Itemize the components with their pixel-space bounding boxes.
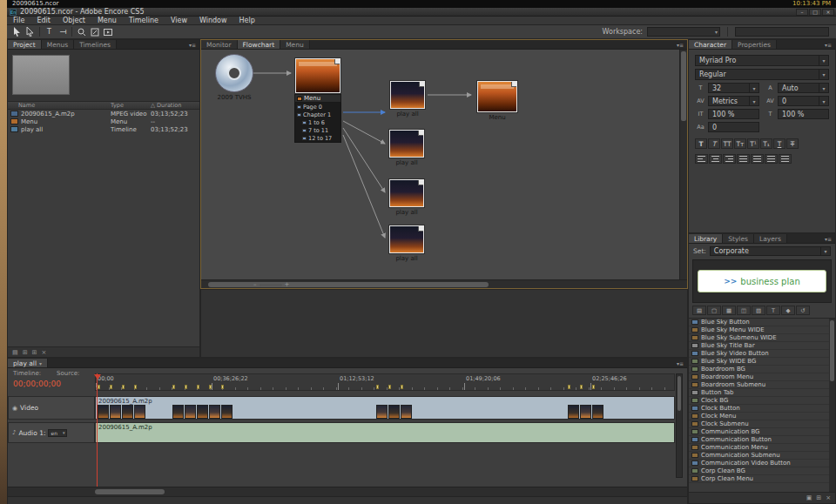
zoom-in-icon[interactable]: + xyxy=(285,281,290,288)
chapter-marker[interactable] xyxy=(568,385,570,389)
menu-entry-12-to-17[interactable]: 12 to 17 xyxy=(295,134,340,142)
library-item-communication-video-button[interactable]: Communication Video Button xyxy=(689,460,829,467)
library-scrollbar[interactable] xyxy=(829,319,835,492)
chapter-marker[interactable] xyxy=(221,385,224,389)
library-item-corp-clean-bg[interactable]: Corp Clean BG xyxy=(689,467,829,475)
shapes-filter-icon[interactable]: ◆ xyxy=(781,306,795,315)
panel-menu-icon[interactable]: ▾≡ xyxy=(821,40,835,49)
text-filter-icon[interactable]: T xyxy=(766,306,780,315)
horizontal-scale-field[interactable]: 100 % xyxy=(778,109,829,119)
new-set-icon[interactable]: ▣ xyxy=(806,494,812,501)
library-item-button-tab[interactable]: Button Tab xyxy=(689,389,829,397)
scrollbar-thumb[interactable] xyxy=(830,320,834,381)
speaker-icon[interactable]: ♪ xyxy=(12,429,16,436)
audio-language-combo[interactable]: en ▾ xyxy=(48,429,67,437)
chapter-marker[interactable] xyxy=(172,385,175,389)
library-item-communication-button[interactable]: Communication Button xyxy=(689,436,829,444)
library-item-blue-sky-menu-wide[interactable]: Blue Sky Menu WIDE xyxy=(689,326,829,334)
menubar-item-help[interactable]: Help xyxy=(233,17,260,24)
new-item-icon[interactable]: ⊞ xyxy=(32,349,37,356)
tracking-combo[interactable]: 0 ▾ xyxy=(778,96,829,106)
library-tab-styles[interactable]: Styles xyxy=(723,234,754,243)
justify-last-center-button[interactable] xyxy=(751,154,764,164)
flowchart-tab-menu[interactable]: Menu xyxy=(280,40,310,49)
font-family-combo[interactable]: Myriad Pro ▾ xyxy=(695,55,829,66)
project-row-menu[interactable]: MenuMenu-- xyxy=(8,118,199,125)
flowchart-node-disc[interactable]: 2009 TVHS xyxy=(208,54,260,101)
column-header-name[interactable]: Name xyxy=(8,102,111,109)
chapter-marker[interactable] xyxy=(134,385,137,389)
library-item-blue-sky-button[interactable]: Blue Sky Button xyxy=(689,319,829,326)
menubar-item-window[interactable]: Window xyxy=(193,17,233,24)
maximize-button[interactable]: □ xyxy=(809,9,821,16)
align-right-button[interactable] xyxy=(723,154,736,164)
character-tab-properties[interactable]: Properties xyxy=(732,40,777,49)
scrollbar-thumb[interactable] xyxy=(678,376,681,411)
playhead[interactable] xyxy=(97,373,98,487)
library-item-blue-sky-video-button[interactable]: Blue Sky Video Button xyxy=(689,350,829,358)
set-combo[interactable]: Corporate ▾ xyxy=(710,246,831,256)
replacement-layers-filter-icon[interactable]: ↺ xyxy=(796,306,810,315)
buttons-filter-icon[interactable]: ▢ xyxy=(707,306,721,315)
scrollbar-thumb[interactable] xyxy=(681,51,686,121)
project-tab-timelines[interactable]: Timelines xyxy=(74,40,117,49)
menubar-item-edit[interactable]: Edit xyxy=(30,17,57,24)
vertical-scale-field[interactable]: 100 % xyxy=(708,109,759,119)
chapter-marker[interactable] xyxy=(401,385,403,389)
flowchart-tab-flowchart[interactable]: Flowchart xyxy=(238,40,281,49)
zoom-tool-icon[interactable] xyxy=(75,26,88,37)
menubar-item-file[interactable]: File xyxy=(7,17,30,24)
library-item-communication-menu[interactable]: Communication Menu xyxy=(689,444,829,452)
panel-menu-icon[interactable]: ▾≡ xyxy=(673,359,687,367)
chapter-marker[interactable] xyxy=(110,385,112,389)
search-input[interactable] xyxy=(742,29,826,36)
kerning-combo[interactable]: Metrics ▾ xyxy=(708,96,759,106)
chapter-marker[interactable] xyxy=(388,385,391,389)
library-item-boardroom-bg[interactable]: Boardroom BG xyxy=(689,366,829,373)
menu-entry-page-0[interactable]: Page 0 xyxy=(295,103,340,111)
library-item-boardroom-menu[interactable]: Boardroom Menu xyxy=(689,373,829,381)
font-size-combo[interactable]: 32 ▾ xyxy=(708,83,759,93)
minimize-button[interactable]: – xyxy=(796,9,808,16)
new-folder-icon[interactable]: ⊞ xyxy=(23,349,28,356)
project-row-20090615-a-m2p[interactable]: 20090615_A.m2pMPEG video03;13;52;23 xyxy=(8,110,199,118)
library-tab-library[interactable]: Library xyxy=(689,234,723,243)
library-item-clock-submenu[interactable]: Clock Submenu xyxy=(689,420,829,428)
menubar-item-object[interactable]: Object xyxy=(57,17,91,24)
timeline-ruler[interactable]: 00;0000;36;26;2201;12;53;1201;49;20;0602… xyxy=(95,373,675,391)
flowchart-node-menu2[interactable]: Menu xyxy=(474,81,521,121)
chapter-marker[interactable] xyxy=(197,385,199,389)
superscript-button[interactable]: T¹ xyxy=(747,138,759,149)
menubar-item-view[interactable]: View xyxy=(165,17,193,24)
images-filter-icon[interactable]: ▦ xyxy=(722,306,736,315)
chapter-marker[interactable] xyxy=(122,385,125,389)
library-item-blue-sky-submenu-wide[interactable]: Blue Sky Submenu WIDE xyxy=(689,334,829,342)
scrollbar-thumb[interactable] xyxy=(208,282,489,287)
chapter-marker[interactable] xyxy=(592,385,595,389)
close-button[interactable]: × xyxy=(822,9,834,16)
flowchart-canvas[interactable]: 2009 TVHS Menu Page 0Chapter 11 to 67 to… xyxy=(201,50,687,279)
flowchart-node-menu[interactable]: Menu Page 0Chapter 11 to 67 to 1112 to 1… xyxy=(294,58,341,143)
subscript-button[interactable]: T₁ xyxy=(760,138,772,149)
flowchart-node-playall-1[interactable]: play all xyxy=(389,81,426,118)
column-header-type[interactable]: Type xyxy=(111,102,151,109)
align-left-button[interactable] xyxy=(695,154,708,164)
panel-menu-icon[interactable]: ▾≡ xyxy=(673,40,687,49)
small-caps-button[interactable]: Tᴛ xyxy=(734,138,746,149)
library-item-blue-sky-title-bar[interactable]: Blue Sky Title Bar xyxy=(689,342,829,350)
video-track-header[interactable]: ◉ Video xyxy=(8,396,95,420)
library-item-corp-clean-menu[interactable]: Corp Clean Menu xyxy=(689,475,829,483)
flowchart-tab-monitor[interactable]: Monitor xyxy=(201,40,238,49)
underline-button[interactable]: T xyxy=(773,138,785,149)
strikethrough-button[interactable]: T xyxy=(786,138,799,149)
faux-italic-button[interactable]: T xyxy=(708,138,720,149)
selection-tool-icon[interactable] xyxy=(10,26,24,37)
timeline-horizontal-scrollbar[interactable] xyxy=(8,487,687,496)
flowchart-horizontal-scrollbar[interactable]: – + xyxy=(201,279,687,288)
chapter-marker[interactable] xyxy=(185,385,187,389)
direct-select-tool-icon[interactable] xyxy=(24,26,37,37)
library-item-clock-menu[interactable]: Clock Menu xyxy=(689,413,829,420)
delete-icon[interactable]: × xyxy=(826,494,831,501)
library-item-blue-sky-wide-bg[interactable]: Blue Sky WIDE BG xyxy=(689,358,829,366)
chapter-marker[interactable] xyxy=(209,385,212,389)
